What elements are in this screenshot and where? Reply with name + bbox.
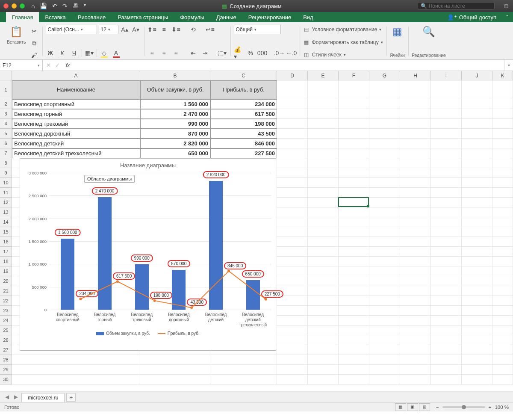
cell[interactable]: 227 500	[210, 148, 277, 158]
column-header[interactable]: H	[400, 71, 431, 80]
cell[interactable]	[308, 276, 339, 286]
row-header[interactable]: 25	[0, 325, 12, 335]
cell[interactable]	[12, 365, 140, 375]
row-header[interactable]: 14	[0, 217, 12, 227]
cell[interactable]	[431, 257, 462, 266]
cell[interactable]	[400, 306, 431, 316]
cell[interactable]	[339, 207, 369, 217]
cell[interactable]	[369, 266, 400, 276]
cell[interactable]	[369, 109, 400, 119]
cell[interactable]	[308, 139, 339, 148]
cell[interactable]	[339, 257, 369, 266]
cell[interactable]	[369, 227, 400, 237]
cell[interactable]	[369, 119, 400, 129]
number-format-select[interactable]: Общий▾	[234, 25, 281, 34]
cell[interactable]	[369, 217, 400, 227]
cell[interactable]	[462, 266, 492, 276]
cell[interactable]	[431, 109, 462, 119]
cell[interactable]	[431, 316, 462, 325]
cell[interactable]	[369, 365, 400, 375]
cell[interactable]	[339, 188, 369, 198]
cell[interactable]: 43 500	[210, 129, 277, 139]
underline-button[interactable]: Ч	[70, 48, 79, 58]
cell[interactable]	[339, 276, 369, 286]
cell[interactable]	[492, 99, 513, 109]
sheet-nav-prev-icon[interactable]: ◀	[3, 394, 11, 400]
cell[interactable]: Велосипед горный	[12, 109, 140, 119]
increase-decimal-icon[interactable]: .0→	[275, 48, 284, 58]
cell-styles-button[interactable]: ◫Стили ячеек ▾	[303, 52, 346, 58]
share-button[interactable]: 👤⁺ Общий доступ	[442, 12, 501, 22]
collapse-ribbon-icon[interactable]: ˄	[501, 12, 513, 22]
cell[interactable]	[492, 316, 513, 325]
cell[interactable]	[431, 355, 462, 365]
chart-line-series[interactable]	[49, 173, 177, 237]
cell[interactable]	[339, 158, 369, 168]
cell[interactable]	[400, 286, 431, 296]
cells-button[interactable]: ▦	[391, 25, 404, 38]
cell[interactable]	[277, 296, 308, 306]
cell[interactable]	[210, 375, 277, 385]
zoom-slider[interactable]	[442, 406, 485, 408]
column-header[interactable]: A	[12, 71, 140, 80]
page-break-view-icon[interactable]: ⊞	[419, 403, 430, 411]
ribbon-tab[interactable]: Данные	[210, 12, 242, 22]
cell[interactable]	[339, 266, 369, 276]
cell[interactable]	[277, 109, 308, 119]
cell[interactable]	[400, 109, 431, 119]
cell[interactable]	[369, 168, 400, 178]
cell[interactable]	[277, 306, 308, 316]
ribbon-tab[interactable]: Вид	[297, 12, 319, 22]
cell[interactable]	[462, 325, 492, 335]
cell[interactable]	[308, 109, 339, 119]
cell[interactable]	[339, 237, 369, 247]
editing-button[interactable]: 🔍	[421, 25, 437, 38]
cell[interactable]	[277, 247, 308, 257]
cell[interactable]	[277, 198, 308, 207]
cell[interactable]	[339, 375, 369, 385]
add-sheet-button[interactable]: +	[66, 393, 76, 402]
cell[interactable]	[400, 296, 431, 306]
sheet-tab[interactable]: microexcel.ru	[21, 393, 65, 402]
expand-formula-bar-icon[interactable]: ▾	[504, 60, 513, 71]
row-header[interactable]: 19	[0, 266, 12, 276]
row-header[interactable]: 27	[0, 345, 12, 355]
cell[interactable]	[462, 345, 492, 355]
cell[interactable]	[431, 296, 462, 306]
row-header[interactable]: 12	[0, 198, 12, 207]
cell[interactable]	[308, 217, 339, 227]
cell[interactable]	[400, 198, 431, 207]
cell[interactable]	[339, 217, 369, 227]
cell[interactable]	[339, 99, 369, 109]
cell[interactable]	[339, 119, 369, 129]
cell[interactable]	[308, 247, 339, 257]
cell[interactable]	[462, 355, 492, 365]
cell[interactable]	[462, 99, 492, 109]
cell[interactable]	[431, 99, 462, 109]
cell[interactable]	[431, 217, 462, 227]
cell[interactable]	[369, 286, 400, 296]
ribbon-tab[interactable]: Рецензирование	[242, 12, 297, 22]
cell[interactable]	[277, 375, 308, 385]
chart-bar[interactable]	[61, 239, 74, 310]
cell[interactable]: Велосипед дорожный	[12, 129, 140, 139]
cell[interactable]	[308, 355, 339, 365]
cell[interactable]: 870 000	[140, 129, 210, 139]
cell[interactable]	[492, 276, 513, 286]
cell[interactable]	[140, 365, 210, 375]
cell[interactable]	[277, 168, 308, 178]
cell[interactable]	[431, 276, 462, 286]
cell[interactable]	[492, 266, 513, 276]
cell[interactable]	[492, 375, 513, 385]
cell[interactable]	[308, 129, 339, 139]
column-header[interactable]: C	[210, 71, 277, 80]
row-header[interactable]: 22	[0, 296, 12, 306]
maximize-window-icon[interactable]	[20, 3, 25, 9]
cell[interactable]	[339, 335, 369, 345]
format-painter-icon[interactable]: 🖌	[29, 50, 39, 60]
cell[interactable]	[308, 237, 339, 247]
decrease-indent-icon[interactable]: ⇤	[189, 48, 198, 58]
row-header[interactable]: 4	[0, 119, 12, 129]
cell[interactable]	[492, 296, 513, 306]
row-header[interactable]: 23	[0, 306, 12, 316]
